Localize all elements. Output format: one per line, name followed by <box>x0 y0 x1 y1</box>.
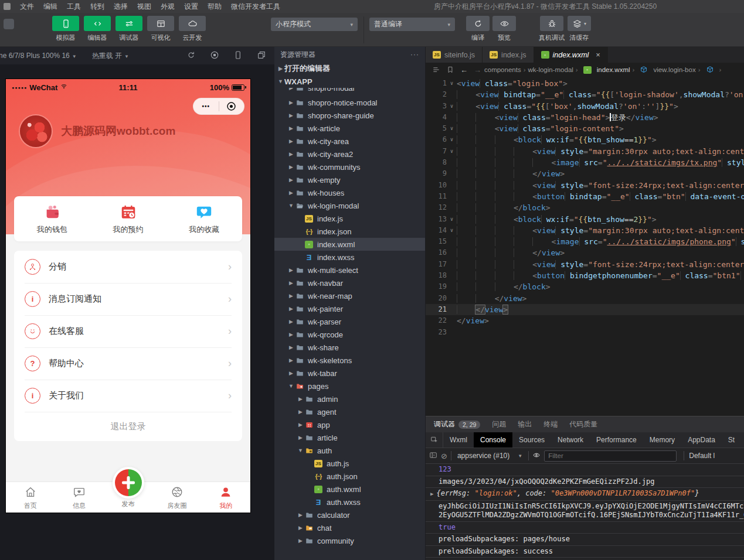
tab-首页[interactable]: 首页 <box>6 482 55 513</box>
fold-chevron-icon[interactable]: ∨ <box>447 78 457 89</box>
tree-item-wk-skeletons[interactable]: ▶wk-skeletons <box>274 354 425 367</box>
fold-chevron-icon[interactable]: ∨ <box>447 134 457 145</box>
tree-item-auth.wxml[interactable]: ◦auth.wxml <box>274 483 425 496</box>
menu-item-选择[interactable]: 选择 <box>109 2 133 12</box>
code-line-4[interactable]: 4 <view class="login-head">登录</view> <box>426 112 744 123</box>
quick-item-我的收藏[interactable]: 我的收藏 <box>166 203 242 235</box>
code-line-16[interactable]: 16 </view> <box>426 247 744 258</box>
inspect-icon[interactable] <box>426 432 443 448</box>
tree-item-community[interactable]: ▶community <box>274 534 425 547</box>
tree-item-wk-city-area[interactable]: ▶wk-city-area <box>274 135 425 148</box>
breadcrumb-item-view.login-box[interactable]: view.login-box <box>637 66 695 74</box>
tree-item-pages[interactable]: ▼pages <box>274 380 425 392</box>
context-select[interactable]: appservice (#10)▼ <box>455 452 525 460</box>
tree-item-calculator[interactable]: ▶calculator <box>274 508 425 521</box>
tree-item-auth.js[interactable]: JSauth.js <box>274 457 425 470</box>
编译-button[interactable]: 编译 <box>466 16 490 42</box>
rotate-button[interactable] <box>186 50 196 62</box>
bookmark-icon[interactable] <box>446 66 454 74</box>
tree-item-shopro-share-guide[interactable]: ▶shopro-share-guide <box>274 109 425 122</box>
more-actions-icon[interactable]: ··· <box>410 50 419 59</box>
code-line-1[interactable]: 1∨<view class="login-box"> <box>426 78 744 89</box>
profile-row[interactable]: 大鹏源码网wobbt.com <box>20 115 175 147</box>
hot-reload-toggle[interactable]: 热重载 开▼ <box>92 51 129 61</box>
code-line-6[interactable]: 6∨ <block wx:if="{{btn_show==1}}"> <box>426 134 744 145</box>
editor-tab-index.wxml[interactable]: ◦index.wxml× <box>534 47 608 63</box>
console-row-3[interactable]: ▶{errMsg: "login:ok", code: "0e3WPn000vD… <box>426 488 744 501</box>
code-line-21[interactable]: 21 </view> <box>426 304 744 315</box>
breadcrumb-item-trailing[interactable] <box>703 66 717 74</box>
tree-item-index.wxml[interactable]: ◦index.wxml <box>274 238 425 251</box>
tree-item-article[interactable]: ▶article <box>274 431 425 444</box>
编辑器-toggle-button[interactable]: 编辑器 <box>83 16 111 42</box>
调试器-toggle-button[interactable]: 调试器 <box>115 16 143 42</box>
breadcrumb-item-components[interactable]: components <box>484 66 521 73</box>
tree-item-wk-parser[interactable]: ▶wk-parser <box>274 315 425 328</box>
code-editor[interactable]: 1∨<view class="login-box">2 <view bindta… <box>426 77 744 416</box>
code-line-7[interactable]: 7∨ <view style="margin:30rpx auto;text-a… <box>426 146 744 157</box>
devtools-tab-AppData[interactable]: AppData <box>681 432 722 448</box>
close-icon[interactable]: × <box>596 50 600 59</box>
tree-item-shopro-modal[interactable]: ▶shopro-modal <box>274 88 425 96</box>
devtools-tab-Wxml[interactable]: Wxml <box>443 432 474 448</box>
mode-select[interactable]: 小程序模式 ▾ <box>271 18 358 31</box>
可视化-toggle-button[interactable]: 可视化 <box>147 16 175 42</box>
list-icon[interactable] <box>432 66 440 74</box>
tree-item-app[interactable]: ▶app <box>274 418 425 431</box>
tree-item-auth.wxss[interactable]: Ǝauth.wxss <box>274 496 425 508</box>
breadcrumb-item-wk-login-modal[interactable]: wk-login-modal <box>528 66 573 73</box>
devtools-tab-St[interactable]: St <box>722 432 741 448</box>
menu-item-微信开发者工具[interactable]: 微信开发者工具 <box>226 2 285 12</box>
menu-item-消息订阅通知[interactable]: i消息订阅通知› <box>14 283 242 315</box>
clear-console-icon[interactable]: ⊘ <box>441 452 447 460</box>
stop-button[interactable] <box>210 50 219 62</box>
avatar[interactable] <box>20 115 52 147</box>
fold-chevron-icon[interactable]: ∨ <box>447 214 457 225</box>
devtools-tab-Sources[interactable]: Sources <box>512 432 551 448</box>
menu-item-在线客服[interactable]: 在线客服› <box>14 315 242 347</box>
devtools-tab-Network[interactable]: Network <box>551 432 590 448</box>
code-line-11[interactable]: 11 <button bindtap="__e" class="btn" dat… <box>426 191 744 202</box>
menu-item-帮助[interactable]: 帮助 <box>203 2 226 12</box>
menu-item-关于我们[interactable]: i关于我们› <box>14 380 242 412</box>
tree-section-打开的编辑器[interactable]: ▶打开的编辑器 <box>274 62 425 75</box>
editor-tab-siteinfo.js[interactable]: JSsiteinfo.js <box>426 47 483 63</box>
tree-item-auth.json[interactable]: {··}auth.json <box>274 470 425 483</box>
tree-item-wk-navbar[interactable]: ▶wk-navbar <box>274 276 425 289</box>
云开发-toggle-button[interactable]: 云开发 <box>178 16 206 42</box>
menu-item-帮助中心[interactable]: ?帮助中心› <box>14 347 242 380</box>
tree-item-auth[interactable]: ▼auth <box>274 444 425 457</box>
back-arrow-icon[interactable]: ← <box>460 66 468 74</box>
tree-item-agent[interactable]: ▶agent <box>274 405 425 418</box>
tree-item-index.json[interactable]: {··}index.json <box>274 225 425 238</box>
tree-item-wk-houses[interactable]: ▶wk-houses <box>274 186 425 199</box>
forward-arrow-icon[interactable]: → <box>474 66 481 74</box>
tree-item-wk-tabar[interactable]: ▶wk-tabar <box>274 367 425 380</box>
debugger-tab-代码质量[interactable]: 代码质量 <box>569 419 597 429</box>
debugger-tab-输出[interactable]: 输出 <box>518 419 532 429</box>
tree-item-wk-city-area2[interactable]: ▶wk-city-area2 <box>274 148 425 161</box>
user-avatar[interactable] <box>4 19 14 29</box>
menu-item-编辑[interactable]: 编辑 <box>39 2 62 12</box>
compile-mode-select[interactable]: 普通编译 ▾ <box>369 18 455 31</box>
menu-item-文件[interactable]: 文件 <box>15 2 39 12</box>
code-line-9[interactable]: 9 </view> <box>426 168 744 179</box>
code-line-3[interactable]: 3∨ <view class="{{['box',showModal?'on':… <box>426 101 744 112</box>
menu-item-视图[interactable]: 视图 <box>133 2 156 12</box>
预览-button[interactable]: 预览 <box>492 16 516 42</box>
menu-item-工具[interactable]: 工具 <box>62 2 86 12</box>
logout-button[interactable]: 退出登录 <box>14 412 242 441</box>
device-select[interactable]: ne 6/7/8 Plus 100% 16▼ <box>0 52 77 60</box>
tab-信息[interactable]: 信息 <box>55 482 103 513</box>
code-line-18[interactable]: 18 <button bindgetphonenumber="__e" clas… <box>426 270 744 281</box>
minimize-circle-icon[interactable] <box>219 101 244 111</box>
quick-item-我的预约[interactable]: 我的预约 <box>90 203 167 235</box>
tab-发布[interactable]: 发布 <box>104 482 152 513</box>
code-line-23[interactable]: 23 <box>426 327 744 338</box>
quick-item-我的钱包[interactable]: 我的钱包 <box>14 203 90 235</box>
code-line-20[interactable]: 20 </view> <box>426 293 744 304</box>
tab-我的[interactable]: 我的 <box>202 482 250 513</box>
code-line-22[interactable]: 22</view> <box>426 315 744 326</box>
模拟器-toggle-button[interactable]: 模拟器 <box>52 16 80 42</box>
log-levels-select[interactable]: Default l <box>689 452 715 460</box>
